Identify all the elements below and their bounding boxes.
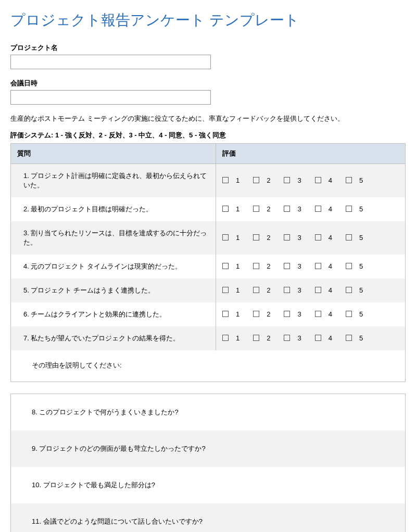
rating-number: 4 xyxy=(329,310,332,318)
rating-checkbox[interactable] xyxy=(222,287,229,293)
rating-checkbox[interactable] xyxy=(253,177,259,183)
rating-number: 2 xyxy=(267,334,270,342)
project-name-input[interactable] xyxy=(10,55,211,69)
rating-checkbox[interactable] xyxy=(253,311,259,317)
rating-checkbox[interactable] xyxy=(315,335,321,341)
rating-number: 3 xyxy=(297,234,301,242)
rating-checkbox[interactable] xyxy=(315,287,321,293)
rating-number: 1 xyxy=(236,262,239,270)
rating-number: 3 xyxy=(297,262,301,270)
rating-cell: 12345 xyxy=(216,302,406,326)
rating-option: 1 xyxy=(222,334,239,342)
rating-number: 4 xyxy=(329,262,332,270)
rating-checkbox[interactable] xyxy=(346,311,352,317)
question-cell: 2. 最初のプロジェクト目標は明確だった。 xyxy=(11,197,216,221)
rating-checkbox[interactable] xyxy=(315,206,321,212)
rating-system-label: 評価システム: 1 - 強く反対、2 - 反対、3 - 中立、4 - 同意、5 … xyxy=(10,131,406,140)
rating-number: 2 xyxy=(267,176,270,184)
rating-checkbox[interactable] xyxy=(284,287,290,293)
open-question-row: 8. このプロジェクトで何がうまくいきましたか? xyxy=(11,394,405,430)
rating-option: 1 xyxy=(222,234,239,242)
rating-checkbox[interactable] xyxy=(222,335,229,341)
rating-number: 3 xyxy=(297,310,301,318)
rating-checkbox[interactable] xyxy=(315,263,321,269)
rating-cell: 12345 xyxy=(216,278,406,302)
rating-option: 1 xyxy=(222,205,239,213)
rating-checkbox[interactable] xyxy=(222,311,229,317)
rating-option: 2 xyxy=(253,234,270,242)
rating-checkbox[interactable] xyxy=(222,206,229,212)
table-row: 4. 元のプロジェクト タイムラインは現実的だった。12345 xyxy=(11,255,406,278)
meeting-date-label: 会議日時 xyxy=(10,79,406,88)
rating-number: 3 xyxy=(297,286,301,294)
rating-checkbox[interactable] xyxy=(346,234,352,240)
rating-checkbox[interactable] xyxy=(284,206,290,212)
rating-checkbox[interactable] xyxy=(315,177,321,183)
question-cell: 1. プロジェクト計画は明確に定義され、最初から伝えられていた。 xyxy=(11,164,216,198)
rating-option: 3 xyxy=(284,234,301,242)
meeting-date-input[interactable] xyxy=(10,90,211,105)
rating-number: 4 xyxy=(329,234,332,242)
rating-option: 2 xyxy=(253,176,270,184)
rating-number: 1 xyxy=(236,234,239,242)
rating-option: 5 xyxy=(346,334,363,342)
rating-option: 5 xyxy=(346,176,363,184)
rating-option: 4 xyxy=(315,176,332,184)
rating-checkbox[interactable] xyxy=(284,335,290,341)
rating-option: 2 xyxy=(253,286,270,294)
questions-table: 質問 評価 1. プロジェクト計画は明確に定義され、最初から伝えられていた。12… xyxy=(10,143,406,382)
rating-option: 1 xyxy=(222,262,239,270)
rating-option: 3 xyxy=(284,262,301,270)
rating-checkbox[interactable] xyxy=(284,177,290,183)
open-question-row: 11. 会議でどのような問題について話し合いたいですか? xyxy=(11,503,405,532)
rating-checkbox[interactable] xyxy=(222,263,229,269)
question-cell: 6. チームはクライアントと効果的に連携した。 xyxy=(11,302,216,326)
rating-number: 1 xyxy=(236,310,239,318)
intro-text: 生産的なポストモーテム ミーティングの実施に役立てるために、率直なフィードバック… xyxy=(10,114,406,123)
rating-checkbox[interactable] xyxy=(315,311,321,317)
rating-checkbox[interactable] xyxy=(346,335,352,341)
rating-checkbox[interactable] xyxy=(284,311,290,317)
open-question-row: 9. プロジェクトのどの側面が最も苛立たしかったですか? xyxy=(11,430,405,467)
rating-number: 5 xyxy=(359,310,363,318)
rating-number: 4 xyxy=(329,176,332,184)
table-row: 6. チームはクライアントと効果的に連携した。12345 xyxy=(11,302,406,326)
rating-number: 5 xyxy=(359,176,363,184)
rating-checkbox[interactable] xyxy=(253,263,259,269)
meeting-date-field: 会議日時 xyxy=(10,79,406,105)
rating-checkbox[interactable] xyxy=(253,287,259,293)
rating-checkbox[interactable] xyxy=(346,206,352,212)
rating-checkbox[interactable] xyxy=(346,287,352,293)
rating-checkbox[interactable] xyxy=(253,206,259,212)
project-name-label: プロジェクト名 xyxy=(10,43,406,53)
rating-checkbox[interactable] xyxy=(253,234,259,240)
explain-label: その理由を説明してください: xyxy=(11,350,406,382)
rating-number: 1 xyxy=(236,205,239,213)
rating-checkbox[interactable] xyxy=(222,177,229,183)
rating-number: 4 xyxy=(329,334,332,342)
rating-option: 3 xyxy=(284,205,301,213)
rating-checkbox[interactable] xyxy=(253,335,259,341)
rating-checkbox[interactable] xyxy=(284,263,290,269)
rating-number: 2 xyxy=(267,310,270,318)
rating-checkbox[interactable] xyxy=(315,234,321,240)
rating-option: 5 xyxy=(346,205,363,213)
rating-cell: 12345 xyxy=(216,326,406,350)
rating-option: 5 xyxy=(346,234,363,242)
rating-option: 4 xyxy=(315,310,332,318)
rating-option: 3 xyxy=(284,176,301,184)
rating-checkbox[interactable] xyxy=(346,177,352,183)
col-rating-header: 評価 xyxy=(216,144,406,164)
rating-checkbox[interactable] xyxy=(284,234,290,240)
rating-checkbox[interactable] xyxy=(222,234,229,240)
rating-option: 4 xyxy=(315,234,332,242)
rating-number: 2 xyxy=(267,262,270,270)
rating-number: 2 xyxy=(267,234,270,242)
rating-number: 2 xyxy=(267,286,270,294)
question-cell: 3. 割り当てられたリソースは、目標を達成するのに十分だった。 xyxy=(11,221,216,255)
table-row: 3. 割り当てられたリソースは、目標を達成するのに十分だった。12345 xyxy=(11,221,406,255)
rating-number: 5 xyxy=(359,334,363,342)
table-row: 7. 私たちが望んでいたプロジェクトの結果を得た。12345 xyxy=(11,326,406,350)
rating-option: 3 xyxy=(284,334,301,342)
rating-checkbox[interactable] xyxy=(346,263,352,269)
